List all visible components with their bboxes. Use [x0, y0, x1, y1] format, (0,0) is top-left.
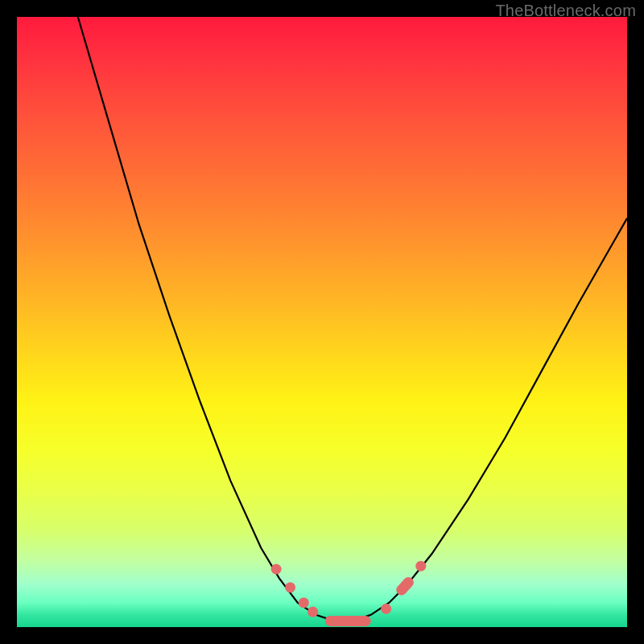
markers-group [271, 561, 427, 626]
curve-marker-dot [285, 582, 295, 592]
bottleneck-curve [17, 0, 627, 621]
curve-marker-dot [415, 561, 426, 572]
curve-marker-pill [325, 616, 371, 626]
chart-svg [17, 17, 627, 627]
watermark-text: TheBottleneck.com [495, 2, 636, 20]
chart-frame: TheBottleneck.com [0, 0, 644, 644]
curve-marker-dot [299, 597, 309, 608]
curve-marker-dot [271, 564, 282, 574]
curve-marker-dot [308, 607, 318, 617]
plot-area [17, 17, 627, 627]
curve-marker-dot [381, 604, 391, 614]
